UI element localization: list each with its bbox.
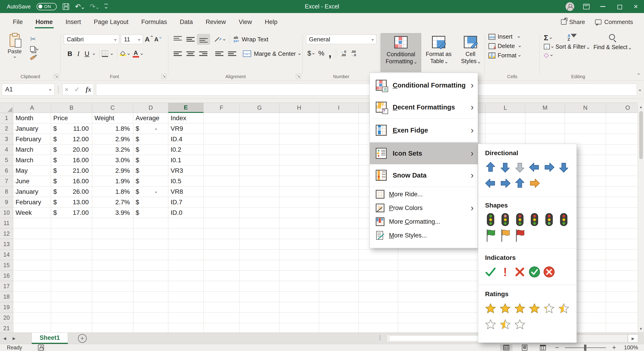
- cell-F4[interactable]: [204, 144, 240, 155]
- cell-O3[interactable]: [606, 134, 638, 144]
- icon-set-star-100pct[interactable]: [483, 302, 498, 315]
- icon-set-star-25pct[interactable]: [542, 302, 556, 315]
- cell-F20[interactable]: [204, 313, 240, 323]
- cell-C6[interactable]: 2.9%: [92, 165, 133, 176]
- cell-I5[interactable]: [319, 155, 358, 165]
- cell-B6[interactable]: $21.00: [51, 165, 92, 176]
- cell-F15[interactable]: [204, 260, 240, 271]
- icon-set-indicator-cross[interactable]: [512, 265, 527, 279]
- row-header-4[interactable]: 4: [0, 144, 13, 155]
- fill-color-chevron[interactable]: [128, 52, 130, 55]
- icon-set-flag-red[interactable]: [512, 229, 527, 243]
- cell-E13[interactable]: [168, 239, 204, 250]
- column-header-A[interactable]: A: [13, 103, 51, 113]
- menu-item-prow-colors[interactable]: Prow Colors›: [370, 201, 478, 215]
- undo-button[interactable]: ↶: [75, 3, 84, 10]
- icon-set-arrow-grey-down[interactable]: [512, 160, 527, 174]
- cell-C9[interactable]: 2.7%: [92, 197, 133, 208]
- column-header-N[interactable]: N: [565, 103, 606, 113]
- cell-I2[interactable]: [319, 123, 358, 134]
- cell-G9[interactable]: [240, 197, 280, 208]
- percent-style-button[interactable]: %: [318, 49, 324, 57]
- page-layout-view-button[interactable]: [518, 344, 531, 351]
- icon-set-arrow-blue-right[interactable]: [498, 176, 512, 190]
- cell-C8[interactable]: 1.8%: [92, 186, 133, 197]
- cell-B16[interactable]: [51, 271, 92, 281]
- cell-O8[interactable]: [606, 186, 638, 197]
- cell-G4[interactable]: [240, 144, 280, 155]
- icon-set-arrow-blue-up[interactable]: [512, 176, 527, 190]
- next-sheet-button[interactable]: ▸: [10, 335, 19, 342]
- zoom-in-button[interactable]: +: [612, 344, 616, 351]
- increase-decimal-button[interactable]: ←0.00: [341, 50, 346, 57]
- fill-color-button[interactable]: [120, 52, 126, 56]
- cell-F1[interactable]: [204, 113, 240, 123]
- redo-button[interactable]: ↷: [90, 3, 98, 10]
- cell-I6[interactable]: [319, 165, 358, 176]
- cell-G14[interactable]: [240, 250, 280, 260]
- cell-J20[interactable]: [358, 313, 398, 323]
- cell-E5[interactable]: I0.1: [168, 155, 204, 165]
- cell-M2[interactable]: [525, 123, 565, 134]
- cell-C21[interactable]: [92, 323, 133, 333]
- cell-B2[interactable]: $11.00: [51, 123, 92, 134]
- cell-G19[interactable]: [240, 302, 280, 313]
- icon-set-arrow-orange-right[interactable]: [527, 176, 542, 190]
- cell-A15[interactable]: [13, 260, 51, 271]
- cell-O4[interactable]: [606, 144, 638, 155]
- cell-D9[interactable]: $: [133, 197, 168, 208]
- increase-indent-button[interactable]: [226, 49, 238, 59]
- ribbon-tab-file[interactable]: File: [6, 14, 29, 30]
- row-header-11[interactable]: 11: [0, 218, 13, 229]
- cell-A3[interactable]: February: [13, 134, 51, 144]
- menu-item-icon-sets[interactable]: ▲◆▼Icon Sets›: [370, 142, 478, 164]
- cell-H17[interactable]: [280, 281, 319, 292]
- row-header-6[interactable]: 6: [0, 165, 13, 176]
- cell-E21[interactable]: [168, 323, 204, 333]
- cell-H1[interactable]: [280, 113, 319, 123]
- icon-set-arrow-blue-up[interactable]: [483, 160, 498, 174]
- cell-M1[interactable]: [525, 113, 565, 123]
- cell-C1[interactable]: Weight: [92, 113, 133, 123]
- cell-D4[interactable]: $: [133, 144, 168, 155]
- row-header-3[interactable]: 3: [0, 134, 13, 144]
- cell-A21[interactable]: [13, 323, 51, 333]
- paste-button[interactable]: Paste: [4, 34, 25, 59]
- column-header-C[interactable]: C: [92, 103, 133, 113]
- copy-button[interactable]: [30, 46, 38, 52]
- cell-A4[interactable]: March: [13, 144, 51, 155]
- zoom-slider[interactable]: [565, 347, 606, 348]
- ribbon-tab-data[interactable]: Data: [173, 14, 199, 30]
- cell-L3[interactable]: [486, 134, 525, 144]
- cell-F16[interactable]: [204, 271, 240, 281]
- icon-set-indicator-check[interactable]: [483, 265, 498, 279]
- cell-B15[interactable]: [51, 260, 92, 271]
- cell-G18[interactable]: [240, 292, 280, 302]
- cell-D17[interactable]: [133, 281, 168, 292]
- cell-H15[interactable]: [280, 260, 319, 271]
- cell-A14[interactable]: [13, 250, 51, 260]
- row-header-5[interactable]: 5: [0, 155, 13, 165]
- cell-C2[interactable]: 1.8%: [92, 123, 133, 134]
- icon-set-flag-green[interactable]: [483, 229, 498, 243]
- cell-G15[interactable]: [240, 260, 280, 271]
- cell-I20[interactable]: [319, 313, 358, 323]
- cell-G6[interactable]: [240, 165, 280, 176]
- cell-E7[interactable]: I0.5: [168, 176, 204, 186]
- cell-I19[interactable]: [319, 302, 358, 313]
- cell-A18[interactable]: [13, 292, 51, 302]
- cell-G16[interactable]: [240, 271, 280, 281]
- column-header-I[interactable]: I: [319, 103, 358, 113]
- cell-A9[interactable]: February: [13, 197, 51, 208]
- cell-E18[interactable]: [168, 292, 204, 302]
- cell-A7[interactable]: June: [13, 176, 51, 186]
- cell-K14[interactable]: [398, 250, 486, 260]
- scroll-down-button[interactable]: ▼: [638, 325, 644, 333]
- cell-E12[interactable]: [168, 229, 204, 239]
- cell-O13[interactable]: [606, 239, 638, 250]
- cell-A16[interactable]: [13, 271, 51, 281]
- cell-B7[interactable]: $16.00: [51, 176, 92, 186]
- ribbon-tab-page-layout[interactable]: Page Layout: [87, 14, 135, 30]
- cell-G10[interactable]: [240, 208, 280, 218]
- row-header-19[interactable]: 19: [0, 302, 13, 313]
